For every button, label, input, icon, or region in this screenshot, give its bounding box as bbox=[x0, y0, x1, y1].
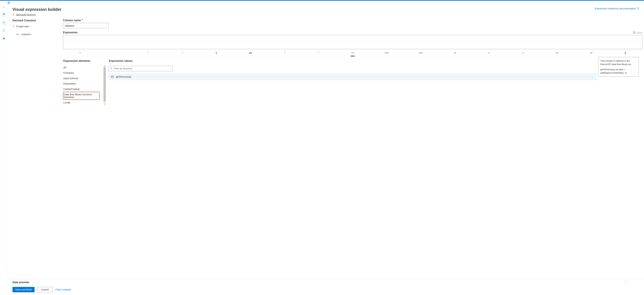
doc-link[interactable]: Expression reference documentation bbox=[595, 7, 639, 10]
tooltip-code1: getTomorrow() as date = bbox=[600, 68, 636, 71]
data-preview-title: Data preview bbox=[12, 281, 29, 284]
operator-button[interactable]: - bbox=[97, 50, 131, 55]
operator-button[interactable]: / bbox=[165, 50, 199, 55]
footer: Save and finish Cancel Clear contents bbox=[8, 286, 644, 295]
svg-rect-4 bbox=[14, 15, 14, 16]
col-name-label: Column name * bbox=[63, 19, 642, 22]
value-item-label: getTomorrow() bbox=[116, 75, 131, 78]
svg-rect-6 bbox=[111, 76, 113, 78]
node-name: derivedColumn1 bbox=[16, 13, 36, 16]
operator-button[interactable]: * bbox=[131, 50, 165, 55]
column-item[interactable]: ANY column1 bbox=[12, 33, 63, 36]
page-title: Visual expression builder bbox=[12, 7, 61, 12]
elements-list: AllFunctionsInput schemaParametersCached… bbox=[63, 65, 100, 105]
elements-item[interactable]: Locals bbox=[63, 100, 100, 105]
operator-button[interactable]: ^ bbox=[302, 50, 336, 55]
expression-editor[interactable] bbox=[63, 35, 642, 49]
elements-item[interactable]: Parameters bbox=[63, 81, 100, 86]
operator-button[interactable]: <= bbox=[574, 50, 608, 55]
operator-button[interactable]: === bbox=[370, 50, 404, 55]
function-tooltip: This function is defined in the DemoUDF … bbox=[598, 57, 638, 77]
chevron-down-icon: ⌵ bbox=[30, 25, 32, 27]
resize-handle[interactable] bbox=[351, 56, 355, 56]
save-icon bbox=[633, 31, 636, 34]
info-icon: i bbox=[8, 1, 10, 4]
operator-bar: +-*/||&&!^=====<=>!=><>=<=[] bbox=[63, 50, 642, 56]
operator-button[interactable]: ! bbox=[268, 50, 302, 55]
doc-link-label: Expression reference documentation bbox=[595, 7, 636, 10]
filter-input[interactable] bbox=[114, 67, 171, 70]
svg-point-5 bbox=[110, 68, 112, 69]
tooltip-code2: addDays(currentDate(), 1) bbox=[600, 71, 636, 75]
filter-box[interactable] bbox=[108, 66, 172, 71]
operator-button[interactable]: [] bbox=[608, 50, 642, 55]
rail-badge: 2 bbox=[4, 23, 6, 25]
operator-button[interactable]: || bbox=[199, 50, 233, 55]
info-bar: i bbox=[0, 1, 644, 5]
rail-edit-button[interactable]: 2 bbox=[2, 20, 6, 24]
svg-rect-1 bbox=[3, 38, 5, 39]
operator-button[interactable]: < bbox=[506, 50, 540, 55]
save-expression-button[interactable]: Save bbox=[633, 31, 642, 34]
elements-item[interactable]: Data flow library functions (preview) bbox=[63, 92, 100, 100]
expression-label: Expression bbox=[63, 31, 78, 34]
operator-button[interactable]: && bbox=[233, 50, 268, 55]
create-new-button[interactable]: + Create new ⌵ bbox=[12, 24, 63, 28]
elements-item[interactable]: Cached lookup bbox=[63, 86, 100, 92]
save-label: Save bbox=[636, 31, 642, 34]
operator-button[interactable]: >= bbox=[540, 50, 574, 55]
search-icon bbox=[110, 67, 112, 70]
values-title: Expression values bbox=[108, 59, 639, 62]
operator-button[interactable]: <=> bbox=[404, 50, 438, 55]
elements-item[interactable]: All bbox=[63, 65, 100, 70]
rail-expand-icon[interactable]: » bbox=[3, 6, 4, 8]
rail-home-button[interactable] bbox=[2, 12, 6, 16]
elements-title: Expression elements bbox=[63, 59, 104, 62]
operator-button[interactable]: + bbox=[63, 50, 97, 55]
data-preview-bar[interactable]: Data preview ⌃ bbox=[8, 279, 644, 286]
left-rail: » 2 bbox=[0, 5, 8, 295]
chevron-up-icon[interactable]: ⌃ bbox=[625, 281, 627, 284]
plus-icon: + bbox=[12, 24, 14, 28]
create-new-label: Create new bbox=[16, 25, 29, 28]
elements-item[interactable]: Input schema bbox=[63, 76, 100, 81]
operator-button[interactable]: == bbox=[336, 50, 370, 55]
calendar-icon bbox=[111, 75, 114, 78]
svg-rect-3 bbox=[14, 14, 14, 15]
node-icon bbox=[12, 14, 15, 16]
derived-title: Derived Columns bbox=[12, 19, 63, 22]
type-chip: ANY bbox=[16, 33, 19, 35]
tooltip-line1: This function is defined in the DemoUDF … bbox=[600, 59, 636, 66]
operator-button[interactable]: != bbox=[438, 50, 472, 55]
elements-item[interactable]: Functions bbox=[63, 70, 100, 76]
cancel-button[interactable]: Cancel bbox=[37, 287, 52, 292]
clear-contents-button[interactable]: Clear contents bbox=[55, 288, 71, 291]
value-row[interactable]: getTomorrow() bbox=[108, 73, 597, 80]
rail-gauge-button[interactable] bbox=[2, 28, 6, 33]
save-finish-button[interactable]: Save and finish bbox=[12, 287, 34, 292]
external-link-icon bbox=[637, 7, 639, 9]
column-name-input[interactable] bbox=[63, 23, 108, 28]
svg-rect-2 bbox=[13, 14, 13, 15]
operator-button[interactable]: > bbox=[472, 50, 506, 55]
column-item-name: column1 bbox=[22, 33, 31, 36]
rail-toolbox-button[interactable] bbox=[2, 36, 6, 41]
